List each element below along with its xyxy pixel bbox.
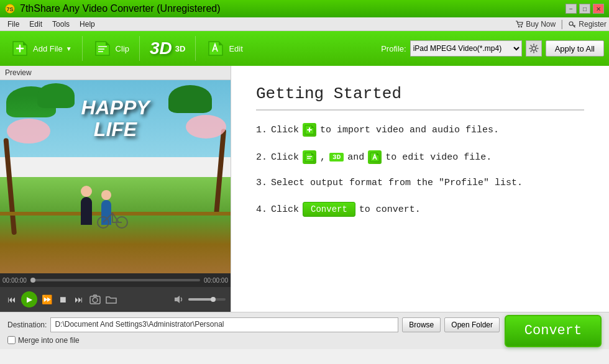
fast-forward-button[interactable]: ⏩ — [40, 293, 53, 306]
menu-file[interactable]: File — [2, 19, 24, 30]
step4-convert-button[interactable]: Convert — [303, 202, 355, 217]
destination-label: Destination: — [7, 321, 47, 329]
bottom-left: Destination: D:\Document And Settings3\A… — [7, 317, 500, 345]
step-4: 4. Click Convert to convert. — [256, 202, 584, 217]
step2-and: and — [347, 152, 364, 163]
minimize-btn[interactable]: − — [566, 4, 577, 14]
convert-button[interactable]: Convert — [505, 315, 602, 347]
step2-comma: , — [320, 152, 326, 163]
step1-add-file-icon — [303, 123, 316, 137]
menu-right: Buy Now | Register — [515, 19, 607, 30]
svg-marker-28 — [311, 153, 314, 155]
destination-row: Destination: D:\Document And Settings3\A… — [7, 317, 500, 332]
steps-list: 1. Click to import video and audio files… — [256, 123, 584, 217]
profile-area: Profile: iPad MPEG4 Video(*.mp4) Apply t… — [381, 40, 604, 57]
svg-point-17 — [532, 47, 536, 50]
menu-help[interactable]: Help — [75, 19, 100, 30]
stop-button[interactable]: ⏹ — [56, 293, 70, 306]
merge-row: Merge into one file — [7, 336, 500, 345]
add-file-button[interactable]: Add File ▼ — [5, 36, 77, 61]
app-icon: 7S — [5, 4, 15, 14]
preview-label: Preview — [0, 66, 231, 80]
toolbar-divider-2 — [139, 36, 140, 61]
menu-tools[interactable]: Tools — [47, 19, 75, 30]
step-3: 3. Select output format from the "Profil… — [256, 178, 584, 188]
3d-button[interactable]: 3D 3D — [145, 36, 190, 61]
svg-marker-6 — [23, 42, 27, 45]
clip-icon — [93, 39, 112, 58]
key-icon — [568, 20, 577, 29]
toolbar: Add File ▼ Clip 3D 3D — [0, 31, 609, 66]
speaker-icon — [174, 295, 184, 304]
video-progress-bar[interactable]: 00:00:00 00:00:00 — [0, 273, 231, 287]
svg-point-2 — [518, 25, 520, 27]
volume-dot — [211, 297, 216, 302]
add-file-icon — [10, 39, 30, 58]
time-start: 00:00:00 — [2, 277, 27, 284]
destination-path: D:\Document And Settings3\Administrator\… — [50, 317, 398, 332]
svg-point-3 — [521, 25, 522, 27]
step2-edit-icon — [368, 150, 382, 164]
folder-icon — [106, 294, 117, 304]
progress-indicator — [30, 278, 35, 283]
svg-marker-22 — [175, 296, 180, 303]
main-area: Preview HAPPYLIFE — [0, 66, 609, 312]
add-file-dropdown-arrow[interactable]: ▼ — [66, 45, 72, 52]
open-folder-button[interactable]: Open Folder — [444, 317, 500, 332]
window-controls: − □ ✕ — [566, 4, 604, 14]
play-button[interactable]: ▶ — [21, 291, 37, 307]
buy-now-link[interactable]: Buy Now — [515, 20, 556, 29]
title-bar: 7S 7thShare Any Video Converter (Unregis… — [0, 0, 609, 17]
window-title: 7thShare Any Video Converter (Unregister… — [20, 3, 221, 14]
profile-select[interactable]: iPad MPEG4 Video(*.mp4) — [410, 40, 522, 57]
maximize-btn[interactable]: □ — [579, 4, 590, 14]
svg-marker-24 — [311, 125, 314, 128]
close-btn[interactable]: ✕ — [593, 4, 604, 14]
preview-panel: Preview HAPPYLIFE — [0, 66, 231, 312]
clip-button[interactable]: Clip — [88, 36, 134, 61]
step-1: 1. Click to import video and audio files… — [256, 123, 584, 137]
menu-edit[interactable]: Edit — [24, 19, 47, 30]
apply-all-button[interactable]: Apply to All — [546, 40, 604, 57]
svg-text:7S: 7S — [6, 6, 13, 12]
volume-icon[interactable] — [172, 293, 186, 306]
3d-label-small: 3D — [175, 44, 186, 53]
cart-icon — [515, 20, 524, 29]
getting-started-panel: Getting Started 1. Click to import video… — [231, 66, 609, 312]
merge-checkbox[interactable] — [7, 336, 16, 344]
volume-slider[interactable] — [188, 298, 226, 301]
edit-icon — [206, 39, 226, 58]
svg-point-4 — [569, 22, 573, 25]
preview-video: HAPPYLIFE — [0, 80, 231, 273]
edit-button[interactable]: Edit — [201, 36, 247, 61]
next-frame-button[interactable]: ⏭ — [72, 293, 86, 306]
step2-3d-badge: 3D — [329, 153, 344, 162]
volume-area — [172, 293, 226, 306]
time-end: 00:00:00 — [204, 277, 228, 284]
bottom-bar: Destination: D:\Document And Settings3\A… — [0, 312, 609, 349]
3d-label-big: 3D — [150, 39, 172, 58]
menu-bar: File Edit Tools Help Buy Now | Register — [0, 17, 609, 31]
step2-clip-icon — [303, 150, 316, 164]
settings-icon-button[interactable] — [526, 40, 542, 57]
toolbar-divider-3 — [195, 36, 196, 61]
browse-button[interactable]: Browse — [402, 317, 441, 332]
player-controls: ⏮ ▶ ⏩ ⏹ ⏭ — [0, 287, 231, 312]
profile-label: Profile: — [381, 44, 406, 53]
svg-point-21 — [93, 298, 98, 303]
progress-bar[interactable] — [30, 279, 200, 281]
skip-back-button[interactable]: ⏮ — [5, 293, 19, 306]
folder-button[interactable] — [104, 293, 118, 306]
step-2: 2. Click , 3D and — [256, 150, 584, 164]
screenshot-button[interactable] — [88, 293, 102, 306]
toolbar-divider-1 — [82, 36, 83, 61]
register-link[interactable]: Register — [568, 20, 607, 29]
merge-label[interactable]: Merge into one file — [7, 336, 80, 345]
getting-started-title: Getting Started — [256, 84, 584, 111]
camera-icon — [89, 294, 101, 304]
gear-icon — [529, 43, 539, 53]
